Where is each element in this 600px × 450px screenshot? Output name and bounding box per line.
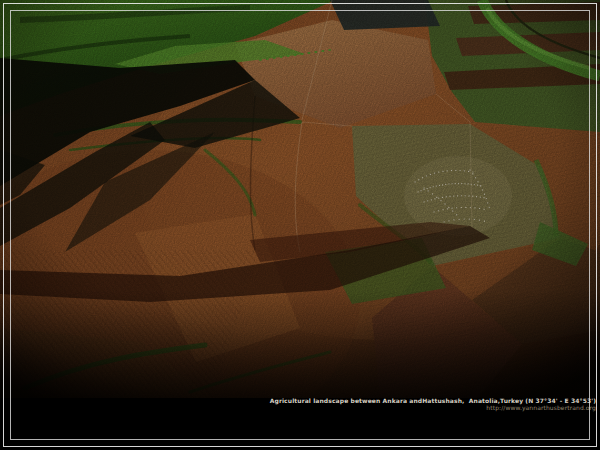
caption-url: http://www.yannarthusbertrand.org <box>270 404 596 411</box>
photo-frame: Agricultural landscape between Ankara an… <box>0 0 600 450</box>
caption-text: Agricultural landscape between Ankara an… <box>270 397 596 404</box>
photo-caption: Agricultural landscape between Ankara an… <box>270 397 596 411</box>
field-patchwork <box>0 0 600 398</box>
aerial-photo <box>0 0 600 398</box>
